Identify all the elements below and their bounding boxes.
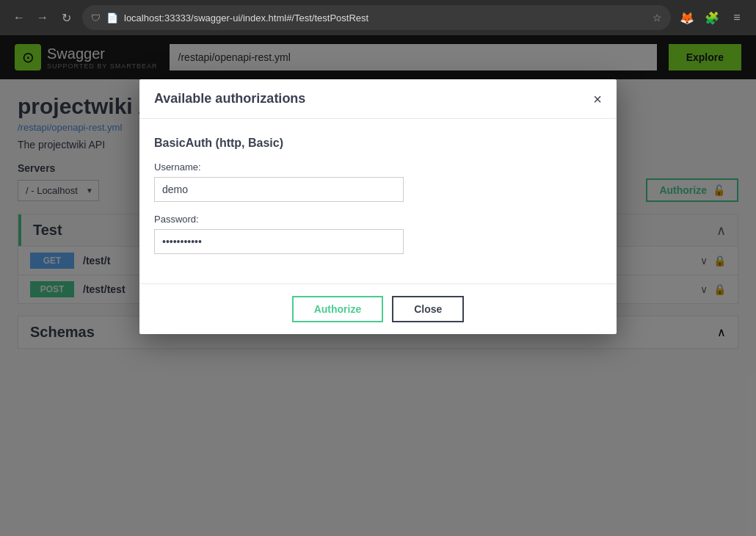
- address-bar[interactable]: 🛡 📄 localhost:33333/swagger-ui/index.htm…: [82, 5, 671, 30]
- auth-modal: Available authorizations × BasicAuth (ht…: [139, 79, 617, 334]
- password-group: Password:: [154, 214, 602, 254]
- page-icon: 📄: [106, 12, 118, 23]
- shield-icon: 🛡: [91, 12, 101, 23]
- extensions-button[interactable]: 🧩: [702, 7, 722, 28]
- back-button[interactable]: ←: [9, 7, 29, 28]
- reload-button[interactable]: ↻: [56, 7, 76, 28]
- forward-button[interactable]: →: [32, 7, 53, 28]
- firefox-account-button[interactable]: 🦊: [677, 7, 697, 28]
- username-input[interactable]: [154, 177, 404, 202]
- nav-buttons: ← → ↻: [9, 7, 76, 28]
- modal-body: BasicAuth (http, Basic) Username: Passwo…: [139, 119, 617, 283]
- browser-chrome: ← → ↻ 🛡 📄 localhost:33333/swagger-ui/ind…: [0, 0, 756, 35]
- modal-title: Available authorizations: [154, 91, 305, 106]
- username-group: Username:: [154, 162, 602, 202]
- modal-header: Available authorizations ×: [139, 79, 617, 119]
- modal-footer: Authorize Close: [139, 283, 617, 334]
- auth-section-title: BasicAuth (http, Basic): [154, 137, 602, 150]
- password-label: Password:: [154, 214, 602, 225]
- modal-close-button[interactable]: ×: [593, 92, 602, 106]
- swagger-app: ⊙ Swagger SUPPORTED BY SMARTBEAR Explore…: [0, 35, 756, 536]
- modal-authorize-button[interactable]: Authorize: [292, 296, 384, 322]
- modal-close-btn[interactable]: Close: [392, 296, 464, 322]
- modal-overlay: Available authorizations × BasicAuth (ht…: [0, 35, 756, 536]
- browser-actions: 🦊 🧩 ≡: [677, 7, 747, 28]
- address-text: localhost:33333/swagger-ui/index.html#/T…: [124, 12, 647, 23]
- bookmark-icon[interactable]: ☆: [653, 12, 662, 23]
- username-label: Username:: [154, 162, 602, 173]
- password-input[interactable]: [154, 229, 404, 254]
- menu-button[interactable]: ≡: [727, 7, 747, 28]
